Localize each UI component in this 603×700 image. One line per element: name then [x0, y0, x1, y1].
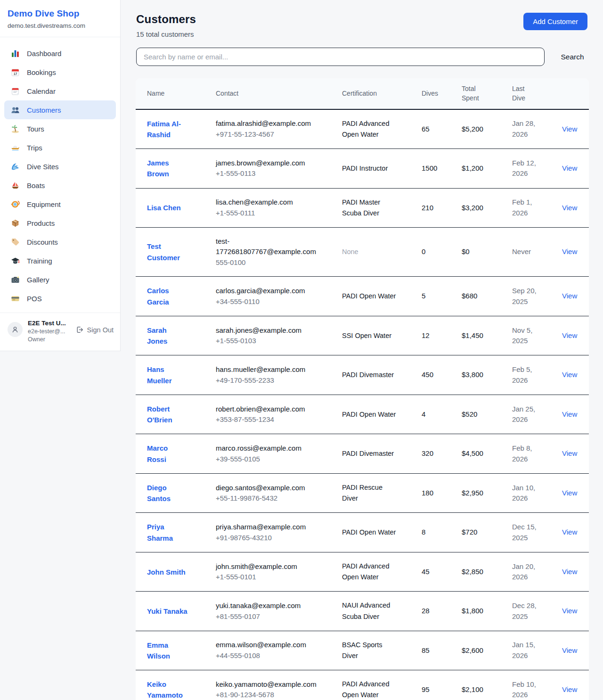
customer-phone: +49-170-555-2233	[216, 375, 315, 386]
customer-contact-cell: sarah.jones@example.com +1-555-0103	[204, 316, 331, 355]
customer-actions-cell: View	[551, 670, 589, 700]
add-customer-button[interactable]: Add Customer	[523, 13, 587, 30]
customer-name-link[interactable]: Fatima Al-Rashid	[136, 109, 204, 149]
sidebar-item-products[interactable]: Products	[4, 214, 116, 232]
customer-name-link[interactable]: Sarah Jones	[136, 316, 204, 355]
sign-out-button[interactable]: Sign Out	[76, 326, 114, 334]
search-bar: Search	[121, 38, 603, 66]
customer-name-link[interactable]: Priya Sharma	[136, 513, 204, 552]
customer-phone: +91-98765-43210	[216, 533, 315, 544]
customer-total-spent: $0	[450, 227, 501, 277]
customer-total-spent: $2,950	[450, 473, 501, 513]
customer-last-dive: Feb 10, 2026	[501, 670, 551, 700]
customer-row: Lisa Chen lisa.chen@example.com +1-555-0…	[136, 188, 589, 227]
sidebar-item-tours[interactable]: Tours	[4, 119, 116, 138]
customer-total-spent: $3,800	[450, 355, 501, 395]
view-customer-link[interactable]: View	[562, 685, 577, 693]
camera-icon	[10, 275, 20, 284]
sidebar-item-dive-sites[interactable]: Dive Sites	[4, 157, 116, 176]
sidebar-item-boats[interactable]: Boats	[4, 176, 116, 195]
sidebar-item-trips[interactable]: Trips	[4, 138, 116, 157]
customer-name-link[interactable]: Test Customer	[136, 227, 204, 277]
customer-phone: +81-555-0107	[216, 611, 315, 622]
customer-contact-cell: carlos.garcia@example.com +34-555-0110	[204, 277, 331, 316]
view-customer-link[interactable]: View	[562, 292, 577, 300]
customer-name-link[interactable]: John Smith	[136, 552, 204, 591]
view-customer-link[interactable]: View	[562, 331, 577, 339]
column-header-actions	[551, 78, 589, 109]
customer-row: Emma Wilson emma.wilson@example.com +44-…	[136, 631, 589, 670]
customer-name-link[interactable]: Marco Rossi	[136, 434, 204, 474]
view-customer-link[interactable]: View	[562, 568, 577, 576]
user-email: e2e-tester@...	[28, 328, 66, 336]
main-content: Customers 15 total customers Add Custome…	[121, 0, 603, 700]
sidebar: Demo Dive Shop demo.test.divestreams.com…	[0, 0, 121, 351]
view-customer-link[interactable]: View	[562, 489, 577, 497]
avatar	[8, 322, 23, 337]
customer-table-body: Fatima Al-Rashid fatima.alrashid@example…	[136, 109, 589, 700]
page-title: Customers	[136, 13, 196, 26]
view-customer-link[interactable]: View	[562, 528, 577, 536]
bar-chart-icon	[10, 49, 20, 58]
sidebar-item-bookings[interactable]: 17 Bookings	[4, 63, 116, 82]
users-icon	[10, 105, 20, 115]
sidebar-item-customers[interactable]: Customers	[4, 100, 116, 119]
customer-certification: PADI Open Water	[331, 513, 410, 552]
customer-certification: PADI Open Water	[331, 395, 410, 434]
sidebar-item-equipment[interactable]: Equipment	[4, 195, 116, 214]
view-customer-link[interactable]: View	[562, 164, 577, 172]
customer-name-link[interactable]: Lisa Chen	[136, 188, 204, 227]
sidebar-item-label: Dive Sites	[27, 163, 59, 171]
customer-actions-cell: View	[551, 355, 589, 395]
sidebar-item-dashboard[interactable]: Dashboard	[4, 44, 116, 63]
customer-row: Hans Mueller hans.mueller@example.com +4…	[136, 355, 589, 395]
user-name: E2E Test U...	[28, 319, 66, 328]
customer-name-link[interactable]: Emma Wilson	[136, 631, 204, 670]
view-customer-link[interactable]: View	[562, 607, 577, 615]
page-header-text: Customers 15 total customers	[136, 13, 196, 38]
sidebar-item-discounts[interactable]: Discounts	[4, 232, 116, 251]
customer-last-dive: Jan 28, 2026	[501, 109, 551, 149]
customer-row: Keiko Yamamoto keiko.yamamoto@example.co…	[136, 670, 589, 700]
customer-certification: BSAC Sports Diver	[331, 631, 410, 670]
sidebar-item-training[interactable]: Training	[4, 251, 116, 270]
customer-email: keiko.yamamoto@example.com	[216, 679, 315, 690]
customer-name-link[interactable]: Robert O'Brien	[136, 395, 204, 434]
search-input[interactable]	[136, 48, 545, 66]
customer-phone: +1-555-0113	[216, 168, 315, 179]
sidebar-nav: Dashboard 17 Bookings Calendar Customers…	[0, 37, 120, 313]
column-header-name: Name	[136, 78, 204, 109]
sidebar-item-pos[interactable]: POS	[4, 289, 116, 308]
customer-dives: 65	[410, 109, 450, 149]
customer-name-link[interactable]: Carlos Garcia	[136, 277, 204, 316]
customer-last-dive: Feb 5, 2026	[501, 355, 551, 395]
user-role: Owner	[28, 336, 66, 344]
customer-name-link[interactable]: Diego Santos	[136, 473, 204, 513]
view-customer-link[interactable]: View	[562, 204, 577, 212]
sidebar-item-calendar[interactable]: Calendar	[4, 82, 116, 100]
customer-email: lisa.chen@example.com	[216, 197, 315, 208]
customer-name-link[interactable]: James Brown	[136, 149, 204, 189]
customer-last-dive: Jan 10, 2026	[501, 473, 551, 513]
customer-row: Priya Sharma priya.sharma@example.com +9…	[136, 513, 589, 552]
customer-name-link[interactable]: Yuki Tanaka	[136, 592, 204, 631]
customer-name-link[interactable]: Hans Mueller	[136, 355, 204, 395]
search-button[interactable]: Search	[557, 53, 587, 61]
customer-actions-cell: View	[551, 473, 589, 513]
customer-certification: PADI Open Water	[331, 277, 410, 316]
customer-name-link[interactable]: Keiko Yamamoto	[136, 670, 204, 700]
view-customer-link[interactable]: View	[562, 247, 577, 255]
view-customer-link[interactable]: View	[562, 125, 577, 133]
customer-contact-cell: marco.rossi@example.com +39-555-0105	[204, 434, 331, 474]
sailboat-icon	[10, 181, 20, 190]
customer-contact-cell: fatima.alrashid@example.com +971-55-123-…	[204, 109, 331, 149]
customer-dives: 210	[410, 188, 450, 227]
customer-dives: 450	[410, 355, 450, 395]
customer-last-dive: Feb 12, 2026	[501, 149, 551, 189]
view-customer-link[interactable]: View	[562, 371, 577, 379]
view-customer-link[interactable]: View	[562, 646, 577, 654]
view-customer-link[interactable]: View	[562, 449, 577, 457]
sidebar-item-gallery[interactable]: Gallery	[4, 270, 116, 289]
customer-certification: PADI Advanced Open Water	[331, 109, 410, 149]
view-customer-link[interactable]: View	[562, 410, 577, 418]
